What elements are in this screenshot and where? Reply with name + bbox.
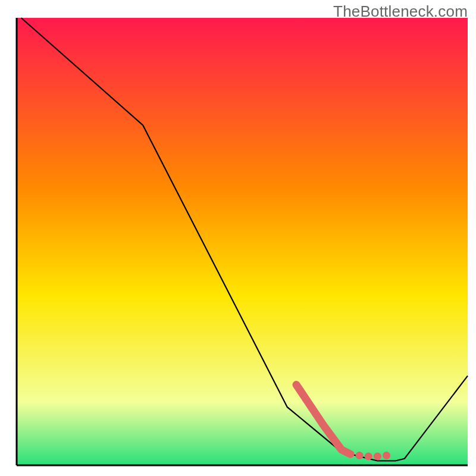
watermark-text: TheBottleneck.com <box>333 2 468 21</box>
svg-point-3 <box>383 452 390 459</box>
svg-point-0 <box>356 452 364 459</box>
chart-svg <box>0 0 476 476</box>
plot-background <box>17 18 468 465</box>
bottleneck-chart: TheBottleneck.com <box>0 0 476 476</box>
svg-point-1 <box>365 453 372 461</box>
svg-point-2 <box>374 453 381 461</box>
